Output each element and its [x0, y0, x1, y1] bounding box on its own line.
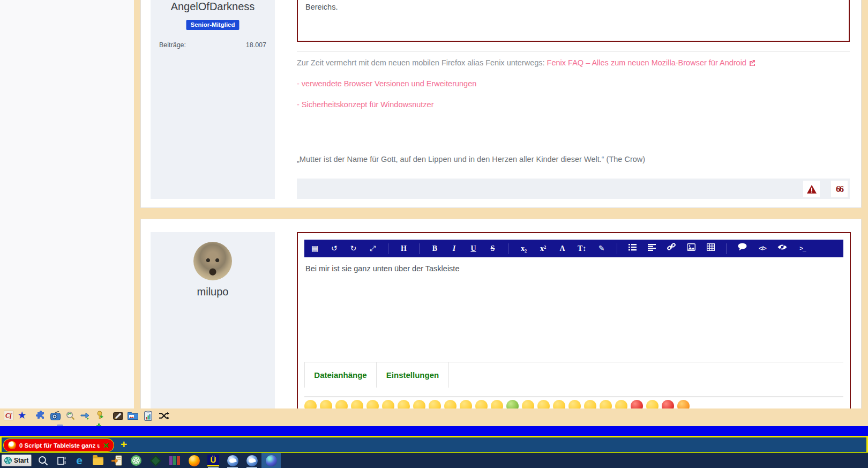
author-name-link[interactable]: AngelOfDarkness	[151, 1, 275, 13]
fenix-faq-link[interactable]: Fenix FAQ – Alles zum neuen Mozilla-Brow…	[547, 58, 746, 67]
source-code-icon[interactable]: ▤	[311, 240, 319, 257]
smiley-icon[interactable]	[491, 400, 503, 408]
strikethrough-icon[interactable]: S	[489, 240, 497, 257]
bookmark-star-icon[interactable]: ★	[17, 410, 27, 421]
quote-icon[interactable]: 66	[831, 181, 848, 197]
font-color-icon[interactable]: A	[558, 240, 566, 257]
redo-icon[interactable]: ↻	[349, 240, 357, 257]
smiley-icon[interactable]	[366, 400, 379, 408]
signature-link-3[interactable]: - Sicherheitskonzept für Windowsnutzer	[297, 100, 433, 109]
tab-dateianhaenge[interactable]: Dateianhänge	[304, 362, 377, 388]
atom-app-icon[interactable]	[126, 453, 146, 468]
superscript-icon[interactable]: x²	[539, 240, 547, 257]
windows-taskbar: Start e Ü	[0, 453, 868, 468]
forward-arrow-icon[interactable]	[80, 410, 91, 421]
smiley-icon[interactable]	[537, 400, 550, 408]
shuffle-icon[interactable]	[159, 410, 169, 421]
tab-close-icon[interactable]: ✕	[103, 441, 109, 450]
start-button[interactable]: Start	[2, 455, 32, 466]
compose-icon[interactable]	[113, 410, 123, 421]
u-umlaut-app-icon[interactable]: Ü	[204, 453, 223, 468]
smiley-icon[interactable]	[662, 400, 674, 408]
new-tab-button[interactable]: +	[121, 437, 127, 451]
smiley-icon[interactable]	[475, 400, 488, 408]
undo-icon[interactable]: ↺	[330, 240, 338, 257]
posts-count-label: Beiträge:	[159, 41, 186, 49]
toolbar-divider	[388, 243, 388, 254]
smiley-icon[interactable]	[522, 400, 534, 408]
smiley-icon[interactable]	[335, 400, 348, 408]
cut-off-plus-icon	[96, 421, 102, 426]
smiley-icon[interactable]	[677, 400, 690, 408]
external-link-icon	[749, 59, 755, 68]
smiley-icon[interactable]	[646, 400, 659, 408]
browser-viewport: AngelOfDarkness Senior-Mitglied Beiträge…	[0, 0, 868, 408]
code-icon[interactable]: </>	[758, 240, 766, 257]
document-import-icon[interactable]	[107, 453, 126, 468]
alignment-icon[interactable]	[648, 240, 656, 257]
smiley-icon[interactable]	[429, 400, 441, 408]
table-icon[interactable]	[707, 240, 715, 257]
winrar-icon[interactable]	[165, 453, 184, 468]
list-icon[interactable]	[628, 240, 637, 257]
bold-icon[interactable]: B	[431, 240, 439, 257]
camera-icon[interactable]	[50, 410, 61, 421]
smiley-icon[interactable]	[304, 400, 317, 408]
shell-icon	[4, 457, 12, 464]
author-name-link[interactable]: milupo	[151, 286, 275, 298]
palemoon-icon-2[interactable]	[242, 453, 261, 468]
search-sync-icon[interactable]	[65, 410, 76, 421]
editor-textarea[interactable]: Bei mir ist sie ganz unten über der Task…	[305, 264, 459, 273]
search-icon[interactable]	[33, 453, 53, 468]
key-add-icon[interactable]	[94, 410, 105, 421]
smiley-icon[interactable]	[413, 400, 425, 408]
terminal-icon[interactable]: >_	[798, 240, 806, 257]
smiley-icon[interactable]	[444, 400, 457, 408]
clipboard-stats-icon[interactable]	[143, 410, 153, 421]
image-folder-icon[interactable]	[128, 410, 138, 421]
author-sidebar: AngelOfDarkness Senior-Mitglied Beiträge…	[151, 0, 275, 199]
italic-icon[interactable]: I	[450, 240, 458, 257]
smiley-icon[interactable]	[615, 400, 627, 408]
link-icon[interactable]	[667, 240, 676, 257]
file-explorer-icon[interactable]	[88, 453, 108, 468]
smiley-bubble-icon[interactable]	[738, 240, 747, 257]
smiley-icon[interactable]	[506, 400, 519, 408]
edge-icon[interactable]: e	[70, 453, 89, 468]
smiley-icon[interactable]	[553, 400, 565, 408]
active-tab[interactable]: 0 Script für Tableiste ganz u ✕	[3, 439, 114, 452]
rank-badge: Senior-Mitglied	[186, 20, 239, 30]
smiley-icon[interactable]	[584, 400, 596, 408]
editor-tabs: Dateianhänge Einstellungen	[304, 362, 843, 388]
smiley-icon[interactable]	[320, 400, 332, 408]
addons-puzzle-icon[interactable]	[35, 410, 46, 421]
signature-link-2[interactable]: - verwendete Browser Versionen und Erwei…	[297, 79, 476, 88]
maximize-icon[interactable]: ⤢	[369, 240, 377, 257]
heading-icon[interactable]: H	[400, 240, 408, 257]
cut-off-icon	[57, 421, 63, 426]
spoiler-eye-icon[interactable]	[777, 240, 787, 257]
post-milupo-reply: milupo ▤↺↻⤢HBIUSx₂x²AT↕✎</>>_ Bei mir is…	[140, 219, 862, 408]
image-icon[interactable]	[687, 240, 695, 257]
report-warning-icon[interactable]	[803, 181, 820, 197]
firefox-nightly-icon[interactable]	[261, 453, 281, 468]
firefox-icon[interactable]	[184, 453, 204, 468]
cf-logo-icon[interactable]: Cſ	[3, 410, 14, 421]
font-size-icon[interactable]: T↕	[578, 240, 586, 257]
addon-toolbar: Cſ ★	[0, 408, 868, 426]
task-view-icon[interactable]	[51, 453, 71, 468]
subscript-icon[interactable]: x₂	[520, 240, 528, 257]
smiley-icon[interactable]	[398, 400, 410, 408]
diamond-app-icon[interactable]	[146, 453, 165, 468]
smiley-icon[interactable]	[631, 400, 643, 408]
palemoon-icon[interactable]	[223, 453, 242, 468]
avatar[interactable]	[193, 242, 232, 280]
smiley-icon[interactable]	[382, 400, 394, 408]
tab-einstellungen[interactable]: Einstellungen	[377, 362, 449, 388]
underline-icon[interactable]: U	[469, 240, 477, 257]
smiley-icon[interactable]	[568, 400, 581, 408]
smiley-icon[interactable]	[600, 400, 612, 408]
remove-format-icon[interactable]: ✎	[597, 240, 605, 257]
smiley-icon[interactable]	[460, 400, 472, 408]
smiley-icon[interactable]	[351, 400, 363, 408]
